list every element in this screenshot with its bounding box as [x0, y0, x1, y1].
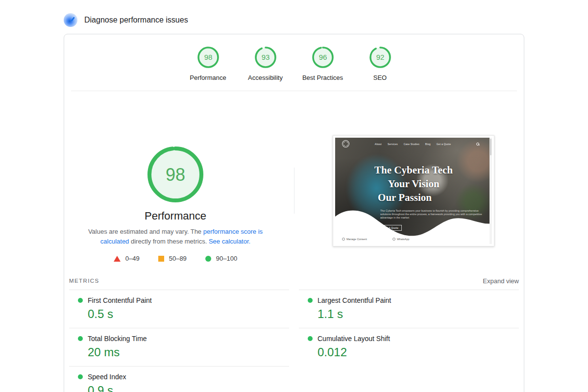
- performance-section-title: Performance: [64, 210, 291, 222]
- badge-label: Manage Consent: [346, 238, 367, 241]
- svg-text:98: 98: [204, 53, 212, 61]
- hero-line: Our Passion: [345, 191, 465, 204]
- screenshot-nav-item: Get a Quote: [437, 143, 451, 146]
- metric-value: 1.1 s: [318, 307, 519, 321]
- seo-gauge-icon: 92: [369, 47, 391, 68]
- legend-item-fail: 0–49: [114, 255, 140, 262]
- metric-row-cumulative-layout-shift: Cumulative Layout Shift 0.012: [299, 328, 519, 366]
- orange-square-icon: [158, 256, 164, 262]
- screenshot-site-nav: About Services Case Studies Blog Get a Q…: [335, 140, 486, 147]
- metrics-header: METRICS Expand view: [69, 274, 519, 287]
- metric-value: 0.012: [318, 345, 519, 359]
- screenshot-nav-item: Services: [388, 143, 398, 146]
- metric-row-speed-index: Speed Index 0.9 s: [69, 366, 289, 392]
- category-score-label: Performance: [190, 74, 226, 81]
- legend-range-label: 90–100: [216, 255, 237, 262]
- accessibility-gauge-icon: 93: [255, 47, 276, 68]
- screenshot-footer-badges: Manage Consent WhatsApp: [342, 238, 409, 241]
- performance-summary-section: 98 Performance Values are estimated and …: [64, 91, 524, 274]
- metrics-column-left: First Contentful Paint 0.5 s Total Block…: [69, 290, 289, 392]
- screenshot-nav-item: Blog: [425, 143, 431, 146]
- category-score-seo[interactable]: 92 SEO: [351, 47, 409, 81]
- screenshot-site-preview: About Services Case Studies Blog Get a Q…: [335, 138, 492, 244]
- screenshot-nav-item: About: [375, 143, 382, 146]
- metric-name: Cumulative Layout Shift: [318, 335, 390, 343]
- hero-line: The Cyberia Tech: [345, 163, 482, 177]
- metrics-column-right: Largest Contentful Paint 1.1 s Cumulativ…: [299, 290, 519, 392]
- category-score-performance[interactable]: 98 Performance: [179, 47, 237, 81]
- report-header: Diagnose performance issues: [64, 13, 188, 27]
- see-calculator-link[interactable]: See calculator.: [209, 238, 250, 245]
- whatsapp-badge: WhatsApp: [392, 238, 409, 241]
- category-scores-row: 98 Performance 93 Accessibility 96 Best …: [64, 34, 524, 81]
- final-screenshot-thumbnail: About Services Case Studies Blog Get a Q…: [333, 135, 494, 246]
- performance-gauge-icon: 98: [197, 47, 219, 68]
- green-dot-icon: [308, 336, 313, 341]
- score-legend: 0–49 50–89 90–100: [64, 255, 291, 262]
- metric-name: First Contentful Paint: [88, 296, 152, 304]
- green-dot-icon: [78, 298, 83, 303]
- green-dot-icon: [78, 336, 83, 341]
- svg-text:98: 98: [166, 165, 185, 185]
- metric-value: 0.9 s: [88, 384, 289, 392]
- search-icon: [476, 143, 479, 146]
- metric-value: 0.5 s: [88, 307, 289, 321]
- green-circle-icon: [205, 256, 211, 262]
- svg-text:92: 92: [376, 53, 384, 61]
- screenshot-nav-item: Case Studies: [404, 143, 419, 146]
- category-score-label: SEO: [373, 74, 387, 81]
- column-divider: [294, 168, 294, 214]
- metrics-grid: First Contentful Paint 0.5 s Total Block…: [69, 290, 519, 392]
- metric-value: 20 ms: [88, 345, 289, 359]
- red-triangle-icon: [114, 256, 121, 262]
- legend-item-pass: 90–100: [205, 255, 237, 262]
- consent-icon: [342, 238, 345, 241]
- manage-consent-badge: Manage Consent: [342, 238, 367, 241]
- metric-name: Total Blocking Time: [88, 335, 147, 343]
- screenshot-site-menu: About Services Case Studies Blog Get a Q…: [375, 143, 451, 146]
- screenshot-site-logo: [342, 140, 349, 147]
- metric-row-total-blocking-time: Total Blocking Time 20 ms: [69, 328, 289, 366]
- svg-text:93: 93: [261, 53, 270, 61]
- expand-view-button[interactable]: Expand view: [483, 277, 519, 285]
- legend-item-average: 50–89: [158, 255, 187, 262]
- category-score-best-practices[interactable]: 96 Best Practices: [294, 47, 351, 81]
- hero-line: Your Vision: [345, 177, 482, 191]
- whatsapp-icon: [392, 238, 395, 241]
- metric-row-first-contentful-paint: First Contentful Paint 0.5 s: [69, 290, 289, 328]
- performance-score-gauge: 98: [146, 145, 205, 204]
- category-score-label: Best Practices: [302, 74, 343, 81]
- disclaimer-text: Values are estimated and may vary. The: [88, 228, 203, 235]
- category-score-accessibility[interactable]: 93 Accessibility: [237, 47, 294, 81]
- metric-row-largest-contentful-paint: Largest Contentful Paint 1.1 s: [299, 290, 519, 328]
- performance-score-column: 98 Performance Values are estimated and …: [64, 91, 291, 262]
- pagespeed-insights-icon: [64, 13, 77, 27]
- badge-label: WhatsApp: [397, 238, 409, 241]
- category-score-label: Accessibility: [248, 74, 283, 81]
- page-title: Diagnose performance issues: [84, 16, 188, 24]
- green-dot-icon: [78, 374, 83, 379]
- svg-text:96: 96: [318, 53, 327, 61]
- legend-range-label: 0–49: [125, 255, 140, 262]
- best-practices-gauge-icon: 96: [312, 47, 334, 68]
- green-dot-icon: [308, 298, 313, 303]
- disclaimer-text: directly from these metrics.: [129, 238, 209, 245]
- screenshot-scrollbar: [490, 138, 492, 244]
- metric-name: Speed Index: [88, 373, 126, 381]
- legend-range-label: 50–89: [169, 255, 187, 262]
- score-disclaimer-text: Values are estimated and may vary. The p…: [77, 227, 273, 246]
- metrics-heading: METRICS: [69, 278, 99, 284]
- lighthouse-report-card: 98 Performance 93 Accessibility 96 Best …: [64, 34, 524, 392]
- metric-name: Largest Contentful Paint: [318, 296, 391, 304]
- screenshot-hero-heading: The Cyberia Tech Your Vision Our Passion: [345, 163, 482, 204]
- metrics-section: METRICS Expand view First Contentful Pai…: [64, 274, 524, 392]
